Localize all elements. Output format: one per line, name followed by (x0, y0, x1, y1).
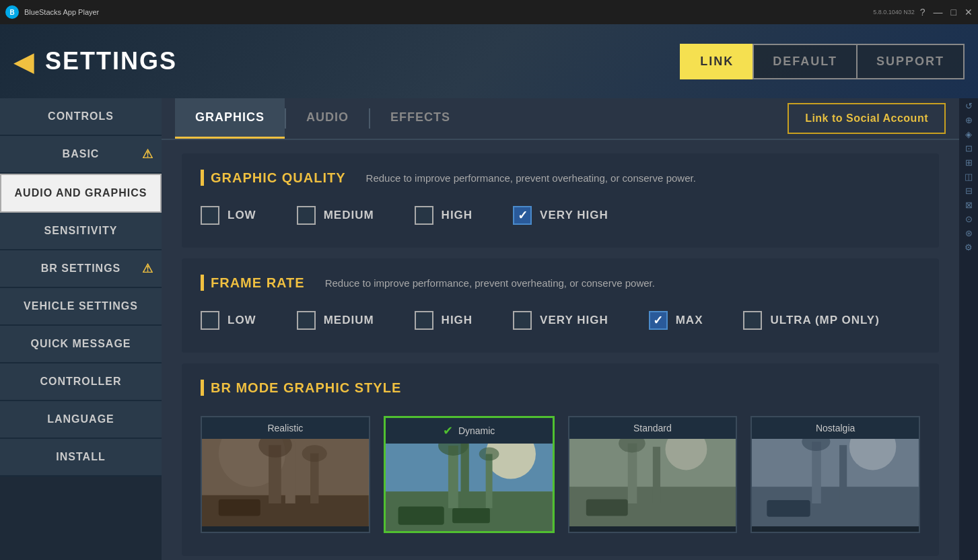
sidebar-item-vehicle-settings[interactable]: VEHICLE SETTINGS (0, 288, 162, 326)
title-bar-accent (201, 170, 204, 186)
fr-very-high-checkbox[interactable] (513, 311, 532, 330)
graphic-quality-section: GRAPHIC QUALITY Reduce to improve perfor… (182, 153, 939, 248)
br-mode-section: BR MODE GRAPHIC STYLE Realistic (182, 363, 939, 556)
tab-audio[interactable]: AUDIO (286, 98, 369, 139)
sidebar-item-br-settings[interactable]: BR SETTINGS ⚠ (0, 250, 162, 288)
fr-high-label: HIGH (442, 314, 473, 327)
fr-low-checkbox[interactable] (201, 311, 219, 330)
tab-graphics[interactable]: GRAPHICS (175, 98, 285, 139)
gq-medium-option[interactable]: MEDIUM (297, 206, 374, 225)
right-icon-5[interactable]: ⊞ (965, 158, 973, 168)
svg-rect-24 (652, 447, 660, 503)
fr-medium-option[interactable]: MEDIUM (297, 311, 374, 330)
sidebar-label-language: LANGUAGE (47, 413, 114, 425)
right-icon-7[interactable]: ⊟ (965, 186, 973, 196)
restore-icon[interactable]: □ (951, 7, 956, 18)
fr-max-checkbox[interactable] (649, 311, 668, 330)
standard-image (569, 439, 736, 526)
sidebar-item-sensitivity[interactable]: SENSITIVITY (0, 213, 162, 250)
gq-high-option[interactable]: HIGH (415, 206, 473, 225)
back-button[interactable]: ◀ (13, 48, 34, 75)
fr-low-option[interactable]: LOW (201, 311, 256, 330)
right-scrollbar: ↺ ⊕ ◈ ⊡ ⊞ ◫ ⊟ ⊠ ⊙ ⊛ ⚙ (959, 98, 978, 560)
help-icon[interactable]: ? (920, 7, 925, 18)
tabs-row: GRAPHICS AUDIO EFFECTS Link to Social Ac… (162, 98, 959, 140)
fr-ultra-checkbox[interactable] (743, 311, 762, 330)
style-card-standard-header: Standard (569, 417, 736, 439)
sidebar-item-audio-graphics[interactable]: AUDIO AND GRAPHICS (0, 174, 162, 213)
fr-high-option[interactable]: HIGH (415, 311, 473, 330)
gq-high-label: HIGH (442, 209, 473, 222)
gq-very-high-checkbox[interactable] (513, 206, 532, 225)
logo-text: B (9, 9, 14, 16)
sidebar-item-controls[interactable]: CONTROLS (0, 98, 162, 136)
svg-rect-31 (839, 445, 847, 503)
right-icon-8[interactable]: ⊠ (965, 200, 973, 210)
style-card-nostalgia[interactable]: Nostalgia (750, 416, 920, 533)
gq-high-checkbox[interactable] (415, 206, 433, 225)
fr-very-high-option[interactable]: VERY HIGH (513, 311, 608, 330)
right-icon-gear[interactable]: ⚙ (965, 242, 973, 252)
warning-icon-br: ⚠ (142, 261, 153, 276)
panel-content: GRAPHIC QUALITY Reduce to improve perfor… (162, 140, 959, 560)
right-icon-9[interactable]: ⊙ (965, 214, 973, 224)
titlebar: B BlueStacks App Player 5.8.0.1040 N32 ?… (0, 0, 978, 24)
gq-very-high-option[interactable]: VERY HIGH (513, 206, 608, 225)
gq-medium-checkbox[interactable] (297, 206, 316, 225)
right-icon-4[interactable]: ⊡ (965, 143, 973, 153)
title-bar-accent-br (201, 380, 204, 396)
sidebar-item-language[interactable]: LANGUAGE (0, 401, 162, 439)
style-card-realistic[interactable]: Realistic (201, 416, 370, 533)
frame-rate-desc: Reduce to improve performance, prevent o… (325, 277, 655, 289)
frame-rate-title-row: FRAME RATE Reduce to improve performance… (201, 275, 920, 291)
gq-very-high-label: VERY HIGH (540, 209, 608, 222)
link-button[interactable]: LINK (680, 44, 753, 79)
sidebar-label-audio-graphics: AUDIO AND GRAPHICS (15, 187, 147, 199)
fr-ultra-option[interactable]: ULTRA (MP Only) (743, 311, 879, 330)
gq-low-checkbox[interactable] (201, 206, 219, 225)
app-container: ◀ SETTINGS LINK DEFAULT SUPPORT CONTROLS (0, 24, 978, 560)
svg-rect-29 (812, 442, 821, 503)
br-mode-title-row: BR MODE GRAPHIC STYLE (201, 380, 920, 396)
sidebar-item-install[interactable]: INSTALL (0, 439, 162, 477)
fr-medium-checkbox[interactable] (297, 311, 316, 330)
fr-max-option[interactable]: MAX (649, 311, 703, 330)
sidebar-item-quick-message[interactable]: QUICK MESSAGE (0, 326, 162, 363)
frame-rate-section: FRAME RATE Reduce to improve performance… (182, 258, 939, 353)
style-card-standard[interactable]: Standard (568, 416, 738, 533)
app-version: 5.8.0.1040 N32 (873, 9, 915, 15)
sidebar-label-br-settings: BR SETTINGS (41, 262, 121, 275)
svg-rect-18 (452, 508, 490, 523)
gq-low-label: LOW (228, 209, 256, 222)
right-icon-10[interactable]: ⊛ (965, 228, 973, 238)
minimize-icon[interactable]: — (934, 7, 943, 18)
sidebar-label-basic: BASIC (63, 148, 100, 160)
link-social-button[interactable]: Link to Social Account (788, 103, 946, 134)
frame-rate-options: LOW MEDIUM HIGH (201, 304, 920, 337)
fr-low-label: LOW (228, 314, 256, 327)
main-panel: GRAPHICS AUDIO EFFECTS Link to Social Ac… (162, 98, 959, 560)
sidebar-item-basic[interactable]: BASIC ⚠ (0, 136, 162, 174)
page-title: SETTINGS (45, 47, 177, 75)
app-name: BlueStacks App Player (24, 8, 868, 16)
right-icon-1[interactable]: ↺ (965, 101, 973, 111)
tab-effects[interactable]: EFFECTS (370, 98, 470, 139)
right-icon-2[interactable]: ⊕ (965, 115, 973, 125)
right-icon-3[interactable]: ◈ (965, 129, 972, 139)
br-mode-title: BR MODE GRAPHIC STYLE (211, 380, 401, 396)
header: ◀ SETTINGS LINK DEFAULT SUPPORT (0, 24, 978, 98)
default-button[interactable]: DEFAULT (753, 44, 856, 79)
support-button[interactable]: SUPPORT (856, 44, 965, 79)
sidebar-item-controller[interactable]: CONTROLLER (0, 363, 162, 401)
graphic-quality-title: GRAPHIC QUALITY (211, 170, 346, 186)
svg-point-7 (302, 445, 327, 462)
nostalgia-label: Nostalgia (816, 423, 855, 433)
right-icon-6[interactable]: ◫ (965, 172, 973, 182)
style-card-dynamic-header: ✔ Dynamic (386, 418, 553, 444)
titlebar-controls: ? — □ ✕ (920, 7, 973, 18)
sidebar-label-vehicle-settings: VEHICLE SETTINGS (24, 300, 138, 312)
style-card-dynamic[interactable]: ✔ Dynamic (384, 416, 555, 533)
close-icon[interactable]: ✕ (965, 7, 973, 18)
fr-high-checkbox[interactable] (415, 311, 433, 330)
gq-low-option[interactable]: LOW (201, 206, 256, 225)
